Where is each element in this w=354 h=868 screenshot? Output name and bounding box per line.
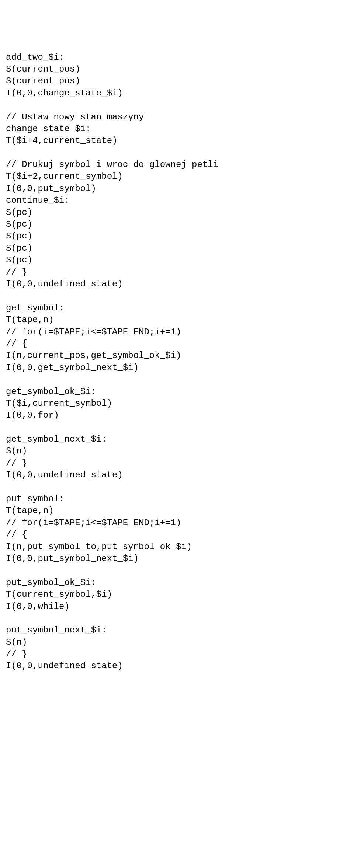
code-block: add_two_$i: S(current_pos) S(current_pos… <box>6 52 348 672</box>
